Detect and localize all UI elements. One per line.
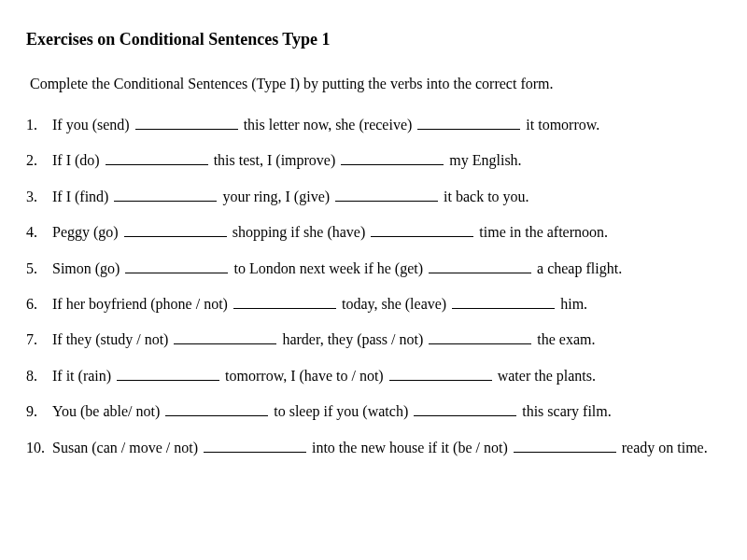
exercise-text-fragment: this scary film. xyxy=(518,403,612,419)
exercise-text-fragment: ready on time. xyxy=(618,440,708,455)
fill-in-blank[interactable] xyxy=(106,150,208,165)
exercise-text-fragment: If you (send) xyxy=(52,117,134,133)
exercise-text-fragment: If I (find) xyxy=(52,189,112,204)
exercise-title: Exercises on Conditional Sentences Type … xyxy=(26,30,721,49)
exercise-item: 9.You (be able/ not) to sleep if you (wa… xyxy=(26,401,721,422)
fill-in-blank[interactable] xyxy=(233,294,336,309)
fill-in-blank[interactable] xyxy=(429,329,531,344)
exercise-number: 10. xyxy=(26,438,52,458)
exercise-text: If they (study / not) harder, they (pass… xyxy=(52,329,721,350)
exercise-text-fragment: it back to you. xyxy=(440,189,529,204)
fill-in-blank[interactable] xyxy=(335,187,438,202)
fill-in-blank[interactable] xyxy=(124,222,227,237)
exercise-text: If you (send) this letter now, she (rece… xyxy=(52,115,721,135)
exercise-text: Peggy (go) shopping if she (have) time i… xyxy=(52,222,721,243)
exercise-list: 1.If you (send) this letter now, she (re… xyxy=(26,115,721,458)
exercise-text-fragment: him. xyxy=(557,296,587,312)
exercise-number: 5. xyxy=(26,259,52,279)
exercise-text-fragment: today, she (leave) xyxy=(338,296,450,312)
exercise-number: 1. xyxy=(26,115,52,135)
exercise-item: 5.Simon (go) to London next week if he (… xyxy=(26,259,721,279)
exercise-text-fragment: If it (rain) xyxy=(52,368,115,384)
exercise-text-fragment: time in the afternoon. xyxy=(475,224,608,240)
fill-in-blank[interactable] xyxy=(165,401,268,416)
fill-in-blank[interactable] xyxy=(514,438,616,453)
exercise-text-fragment: Simon (go) xyxy=(52,260,123,276)
exercise-item: 10.Susan (can / move / not) into the new… xyxy=(26,438,721,458)
exercise-text-fragment: this test, I (improve) xyxy=(210,152,340,168)
exercise-text-fragment: water the plants. xyxy=(494,368,596,384)
fill-in-blank[interactable] xyxy=(429,259,531,273)
fill-in-blank[interactable] xyxy=(135,115,238,130)
exercise-text: If her boyfriend (phone / not) today, sh… xyxy=(52,294,721,315)
exercise-text: Simon (go) to London next week if he (ge… xyxy=(52,259,721,279)
exercise-text: If I (do) this test, I (improve) my Engl… xyxy=(52,150,721,171)
exercise-text-fragment: it tomorrow. xyxy=(522,117,599,133)
exercise-text: If I (find) your ring, I (give) it back … xyxy=(52,187,721,207)
exercise-item: 6.If her boyfriend (phone / not) today, … xyxy=(26,294,721,315)
exercise-number: 4. xyxy=(26,222,52,243)
exercise-item: 8.If it (rain) tomorrow, I (have to / no… xyxy=(26,366,721,386)
fill-in-blank[interactable] xyxy=(414,401,516,416)
fill-in-blank[interactable] xyxy=(389,366,492,381)
fill-in-blank[interactable] xyxy=(452,294,555,309)
exercise-text-fragment: tomorrow, I (have to / not) xyxy=(221,368,388,384)
exercise-text-fragment: your ring, I (give) xyxy=(218,189,333,204)
exercise-text: Susan (can / move / not) into the new ho… xyxy=(52,438,721,458)
exercise-text: If it (rain) tomorrow, I (have to / not)… xyxy=(52,366,721,386)
fill-in-blank[interactable] xyxy=(117,366,219,381)
fill-in-blank[interactable] xyxy=(417,115,520,130)
exercise-text-fragment: harder, they (pass / not) xyxy=(278,331,427,347)
exercise-text-fragment: If her boyfriend (phone / not) xyxy=(52,296,232,312)
exercise-text-fragment: If they (study / not) xyxy=(52,331,172,347)
exercise-text-fragment: to London next week if he (get) xyxy=(230,260,427,276)
exercise-item: 2.If I (do) this test, I (improve) my En… xyxy=(26,150,721,171)
exercise-number: 8. xyxy=(26,366,52,386)
exercise-number: 6. xyxy=(26,294,52,315)
exercise-text-fragment: You (be able/ not) xyxy=(52,403,163,419)
exercise-text: You (be able/ not) to sleep if you (watc… xyxy=(52,401,721,422)
fill-in-blank[interactable] xyxy=(114,187,217,202)
exercise-number: 3. xyxy=(26,187,52,207)
exercise-text-fragment: shopping if she (have) xyxy=(229,224,370,240)
exercise-text-fragment: a cheap flight. xyxy=(533,260,622,276)
fill-in-blank[interactable] xyxy=(204,438,306,453)
exercise-item: 7.If they (study / not) harder, they (pa… xyxy=(26,329,721,350)
fill-in-blank[interactable] xyxy=(371,222,473,237)
fill-in-blank[interactable] xyxy=(174,329,276,344)
exercise-text-fragment: Susan (can / move / not) xyxy=(52,440,202,455)
exercise-item: 1.If you (send) this letter now, she (re… xyxy=(26,115,721,135)
fill-in-blank[interactable] xyxy=(125,259,228,273)
exercise-text-fragment: into the new house if it (be / not) xyxy=(308,440,512,455)
fill-in-blank[interactable] xyxy=(341,150,444,165)
exercise-text-fragment: this letter now, she (receive) xyxy=(240,117,416,133)
exercise-item: 4.Peggy (go) shopping if she (have) time… xyxy=(26,222,721,243)
exercise-text-fragment: my English. xyxy=(445,152,521,168)
exercise-number: 9. xyxy=(26,401,52,422)
exercise-item: 3.If I (find) your ring, I (give) it bac… xyxy=(26,187,721,207)
exercise-text-fragment: Peggy (go) xyxy=(52,224,122,240)
exercise-text-fragment: to sleep if you (watch) xyxy=(270,403,412,419)
exercise-instruction: Complete the Conditional Sentences (Type… xyxy=(30,76,721,92)
exercise-number: 7. xyxy=(26,329,52,350)
exercise-number: 2. xyxy=(26,150,52,171)
exercise-text-fragment: If I (do) xyxy=(52,152,104,168)
exercise-text-fragment: the exam. xyxy=(533,331,595,347)
